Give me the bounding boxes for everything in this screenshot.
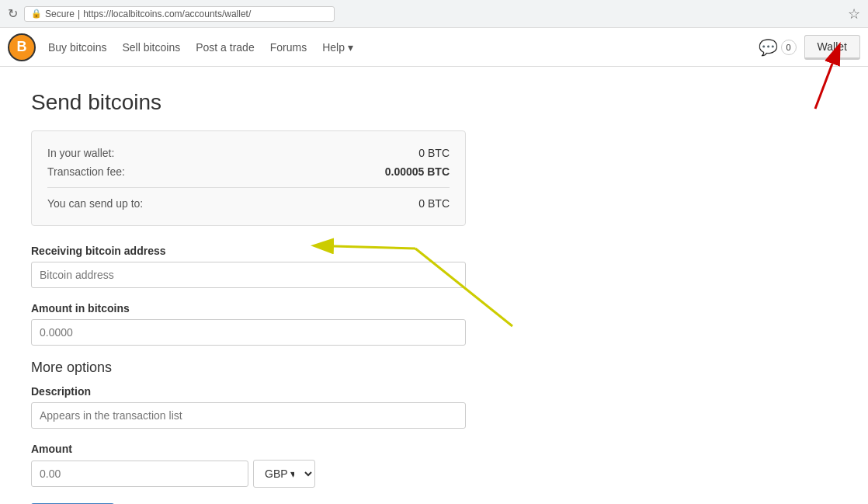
sendable-value: 0 BTC <box>418 197 450 210</box>
nav-sell-bitcoins[interactable]: Sell bitcoins <box>122 38 180 57</box>
fee-label: Transaction fee: <box>47 165 125 178</box>
amount-btc-input[interactable] <box>31 319 466 346</box>
transaction-fee-row: Transaction fee: 0.00005 BTC <box>47 162 450 181</box>
address-bar[interactable]: 🔒 Secure | https://localbitcoins.com/acc… <box>24 6 335 22</box>
wallet-balance-label: In your wallet: <box>47 147 114 159</box>
description-group: Description <box>31 385 512 429</box>
sendable-row: You can send up to: 0 BTC <box>47 194 450 213</box>
description-input[interactable] <box>31 402 466 429</box>
nav-links: Buy bitcoins Sell bitcoins Post a trade … <box>48 38 759 57</box>
nav-forums[interactable]: Forums <box>270 38 307 57</box>
wallet-button[interactable]: Wallet <box>804 35 860 60</box>
more-options-title: More options <box>31 360 512 376</box>
amount-row: GBP ▾ USD EUR BTC <box>31 460 512 488</box>
page-title: Send bitcoins <box>31 90 512 115</box>
chat-icon-area[interactable]: 💬 0 <box>759 38 797 57</box>
sendable-label: You can send up to: <box>47 197 143 210</box>
currency-selector[interactable]: GBP ▾ USD EUR BTC <box>253 460 315 488</box>
reload-icon[interactable]: ↻ <box>8 6 18 21</box>
wallet-balance-value: 0 BTC <box>418 147 450 159</box>
browser-bar: ↻ 🔒 Secure | https://localbitcoins.com/a… <box>0 0 868 28</box>
amount-fiat-input[interactable] <box>31 461 248 487</box>
url-separator: | <box>78 9 80 19</box>
url-text: https://localbitcoins.com/accounts/walle… <box>83 9 251 19</box>
bitcoin-address-input[interactable] <box>31 262 466 288</box>
description-label: Description <box>31 385 512 398</box>
fee-value: 0.00005 BTC <box>385 165 450 178</box>
wallet-info-box: In your wallet: 0 BTC Transaction fee: 0… <box>31 130 466 226</box>
message-count-badge: 0 <box>781 40 797 55</box>
nav-buy-bitcoins[interactable]: Buy bitcoins <box>48 38 106 57</box>
chat-bubble-icon: 💬 <box>759 38 778 57</box>
lock-icon: 🔒 <box>31 9 42 19</box>
info-divider <box>47 187 450 188</box>
amount-btc-label: Amount in bitcoins <box>31 302 512 315</box>
amount-currency-group: Amount GBP ▾ USD EUR BTC <box>31 443 512 488</box>
main-content: Send bitcoins In your wallet: 0 BTC Tran… <box>0 67 543 504</box>
receiving-address-group: Receiving bitcoin address <box>31 245 512 288</box>
amount-label: Amount <box>31 443 512 455</box>
amount-btc-group: Amount in bitcoins <box>31 302 512 346</box>
bookmark-icon[interactable]: ☆ <box>848 5 860 23</box>
nav-help[interactable]: Help ▾ <box>322 38 353 57</box>
navbar: B Buy bitcoins Sell bitcoins Post a trad… <box>0 28 868 67</box>
nav-post-trade[interactable]: Post a trade <box>196 38 255 57</box>
receiving-address-label: Receiving bitcoin address <box>31 245 512 257</box>
svg-line-2 <box>815 64 832 109</box>
wallet-balance-row: In your wallet: 0 BTC <box>47 144 450 162</box>
secure-label: Secure <box>45 9 75 19</box>
nav-actions: 💬 0 Wallet <box>759 35 860 60</box>
site-logo[interactable]: B <box>8 33 36 61</box>
